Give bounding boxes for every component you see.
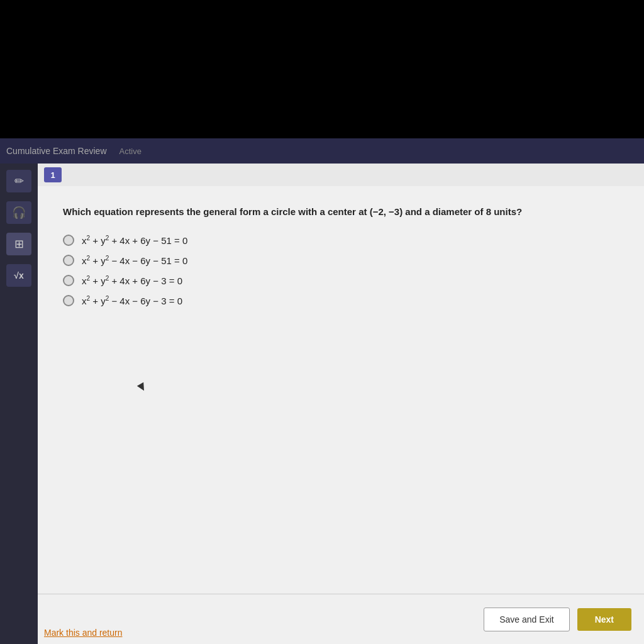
header-title: Cumulative Exam Review <box>6 146 107 156</box>
mark-return-link[interactable]: Mark this and return <box>44 628 123 638</box>
pencil-icon[interactable]: ✏ <box>6 170 31 192</box>
save-exit-button[interactable]: Save and Exit <box>484 608 569 631</box>
headphones-icon[interactable]: 🎧 <box>6 201 31 224</box>
calculator-icon[interactable]: ⊞ <box>6 233 31 255</box>
option-a-text: x2 + y2 + 4x + 6y − 51 = 0 <box>82 235 187 246</box>
option-b[interactable]: x2 + y2 − 4x − 6y − 51 = 0 <box>63 255 619 266</box>
sidebar: ✏ 🎧 ⊞ √x <box>0 164 38 644</box>
radio-c[interactable] <box>63 275 74 286</box>
option-c-text: x2 + y2 + 4x + 6y − 3 = 0 <box>82 275 182 286</box>
radio-a[interactable] <box>63 235 74 246</box>
option-b-text: x2 + y2 − 4x − 6y − 51 = 0 <box>82 255 187 266</box>
option-d[interactable]: x2 + y2 − 4x − 6y − 3 = 0 <box>63 295 619 306</box>
radio-b[interactable] <box>63 255 74 266</box>
next-button[interactable]: Next <box>577 608 631 631</box>
question-number-bar: 1 <box>38 164 644 186</box>
formula-icon[interactable]: √x <box>6 264 31 287</box>
header-status: Active <box>119 147 142 156</box>
main-content: Which equation represents the general fo… <box>38 186 644 644</box>
radio-d[interactable] <box>63 295 74 306</box>
header-bar: Cumulative Exam Review Active <box>0 138 644 164</box>
question-number-badge: 1 <box>44 167 62 182</box>
option-c[interactable]: x2 + y2 + 4x + 6y − 3 = 0 <box>63 275 619 286</box>
option-d-text: x2 + y2 − 4x − 6y − 3 = 0 <box>82 295 182 306</box>
option-a[interactable]: x2 + y2 + 4x + 6y − 51 = 0 <box>63 235 619 246</box>
answer-options: x2 + y2 + 4x + 6y − 51 = 0 x2 + y2 − 4x … <box>63 235 619 306</box>
question-text: Which equation represents the general fo… <box>63 205 619 219</box>
bottom-bar: Save and Exit Next <box>38 594 644 644</box>
